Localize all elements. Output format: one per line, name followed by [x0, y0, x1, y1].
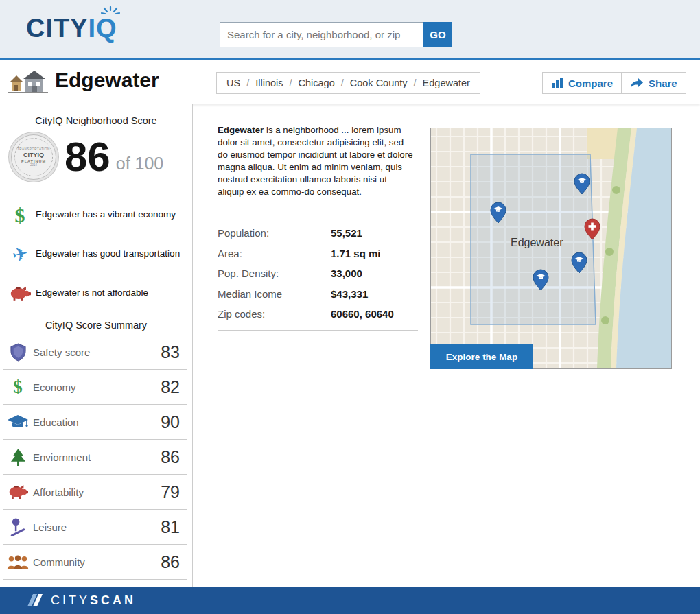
statement-transportation: ✈ Edgewater has good transportation [0, 235, 192, 274]
logo-iq-text: IQ [89, 14, 117, 43]
divider [218, 330, 418, 331]
stat-area: Area: 1.71 sq mi [218, 244, 418, 264]
breadcrumb-separator: / [341, 78, 344, 88]
statement-economy: $ Edgewater has a vibrant economy [0, 196, 192, 235]
search-bar: GO [220, 22, 452, 47]
neighborhood-houses-icon [8, 69, 48, 97]
statement-affordability: Edgewater is not affordable [0, 274, 192, 313]
share-button[interactable]: Share [621, 72, 686, 94]
statement-text: Edgewater has a vibrant economy [36, 209, 176, 221]
sun-rays-icon [101, 6, 120, 16]
badge-transportation-text: TRANSPORTATION [17, 147, 50, 151]
score-row-affordability: Affortability 79 [3, 475, 187, 510]
stat-label: Median Icome [218, 288, 331, 300]
neighborhood-description: Edgewater is a neighborhood ... lorem ip… [218, 124, 415, 198]
breadcrumb-edgewater[interactable]: Edgewater [423, 78, 470, 88]
cityscan-logo[interactable]: CITYSCAN [26, 593, 136, 608]
sidebar: CityIQ Neighborhood Score TRANSPORTATION… [0, 104, 193, 587]
neighborhood-map[interactable]: Edgewater [430, 128, 672, 369]
breadcrumb-separator: / [246, 78, 249, 88]
header: CITYIQ GO [0, 0, 700, 60]
stat-density: Pop. Density: 33,000 [218, 263, 418, 284]
breadcrumb-chicago[interactable]: Chicago [299, 78, 335, 88]
footer: CITYSCAN [0, 587, 700, 614]
search-input[interactable] [220, 22, 423, 47]
dollar-icon: $ [4, 205, 36, 226]
share-label: Share [649, 78, 677, 89]
stat-label: Pop. Density: [218, 268, 331, 279]
score-label: Enviornment [33, 451, 161, 463]
leisure-icon [3, 518, 33, 536]
score-label: Community [33, 556, 161, 568]
stat-value: 33,000 [331, 268, 362, 279]
badge-cityiq-text: CITYIQ [23, 152, 44, 158]
brand-scan-text: SCAN [90, 593, 136, 608]
compare-button[interactable]: Compare [542, 72, 622, 94]
score-value: 90 [161, 412, 187, 432]
score-denominator: of 100 [116, 141, 164, 174]
badge-year-text: 2014 [30, 163, 37, 167]
graduation-cap-icon [3, 414, 33, 430]
score-label: Safety score [33, 346, 161, 358]
share-arrow-icon [630, 78, 644, 88]
description-text: is a neighborhood ... lorem ipsum dolor … [218, 125, 413, 197]
platinum-badge: TRANSPORTATION CITYIQ PLATINUM 2014 [11, 134, 56, 180]
cityscan-icon [26, 593, 45, 607]
stats-list: Population: 55,521 Area: 1.71 sq mi Pop.… [218, 223, 418, 331]
breadcrumb-separator: / [414, 78, 417, 88]
cityiq-logo[interactable]: CITYIQ [26, 14, 117, 43]
description-bold: Edgewater [218, 125, 264, 135]
score-row-education: Education 90 [3, 405, 187, 440]
compare-label: Compare [568, 78, 613, 89]
statement-text: Edgewater is not affordable [36, 287, 148, 299]
score-row-community: Community 86 [3, 545, 187, 580]
breadcrumb-cook-county[interactable]: Cook County [350, 78, 408, 88]
score-label: Education [33, 416, 161, 428]
stat-value: 55,521 [331, 227, 362, 239]
breadcrumb-illinois[interactable]: Illinois [255, 78, 283, 88]
score-value: 86 [65, 135, 110, 179]
people-icon [3, 554, 33, 570]
page-title: Edgewater [55, 69, 159, 92]
score-row-economy: $ Economy 82 [3, 370, 187, 405]
stat-population: Population: 55,521 [218, 223, 418, 244]
bar-chart-icon [551, 78, 563, 88]
shield-icon [3, 343, 33, 362]
airplane-icon: ✈ [4, 245, 36, 263]
score-value: 81 [161, 517, 187, 537]
stat-value: $43,331 [331, 288, 368, 300]
breadcrumb: US / Illinois / Chicago / Cook County / … [216, 72, 480, 94]
cityiq-app: CITYIQ GO Edgewater US / Illinois / Chic… [0, 0, 700, 614]
stat-label: Zip codes: [218, 308, 331, 320]
divider [7, 191, 185, 191]
score-label: Leisure [33, 521, 161, 533]
dollar-icon: $ [3, 378, 33, 397]
logo-city-text: CITY [26, 14, 89, 43]
stat-income: Median Icome $43,331 [218, 284, 418, 305]
statement-text: Edgewater has good transportation [36, 248, 180, 260]
score-summary-list: Safety score 83 $ Economy 82 Education 9… [0, 335, 192, 580]
subheader: Edgewater US / Illinois / Chicago / Cook… [0, 62, 700, 104]
score-summary-title: CityIQ Score Summary [0, 320, 192, 331]
score-value: 82 [161, 377, 187, 397]
score-row-leisure: Leisure 81 [3, 510, 187, 545]
neighborhood-score-title: CityIQ Neighborhood Score [0, 115, 192, 126]
stat-label: Population: [218, 227, 331, 239]
score-value: 83 [161, 342, 187, 362]
stat-label: Area: [218, 248, 331, 259]
stat-zipcodes: Zip codes: 60660, 60640 [218, 304, 418, 324]
stat-value: 1.71 sq mi [331, 248, 381, 259]
explore-map-button[interactable]: Explore the Map [430, 344, 533, 369]
score-label: Economy [33, 381, 161, 393]
platinum-badge-inner: TRANSPORTATION CITYIQ PLATINUM 2014 [14, 138, 53, 176]
tree-icon [3, 448, 33, 467]
breadcrumb-us[interactable]: US [226, 78, 240, 88]
stat-value: 60660, 60640 [331, 308, 394, 320]
score-row-environment: Enviornment 86 [3, 440, 187, 475]
statements-list: $ Edgewater has a vibrant economy ✈ Edge… [0, 196, 192, 313]
piggy-bank-icon [3, 484, 33, 499]
neighborhood-score: TRANSPORTATION CITYIQ PLATINUM 2014 86 o… [11, 134, 192, 180]
go-button[interactable]: GO [423, 22, 452, 47]
score-value: 86 [161, 447, 187, 467]
breadcrumb-separator: / [289, 78, 292, 88]
